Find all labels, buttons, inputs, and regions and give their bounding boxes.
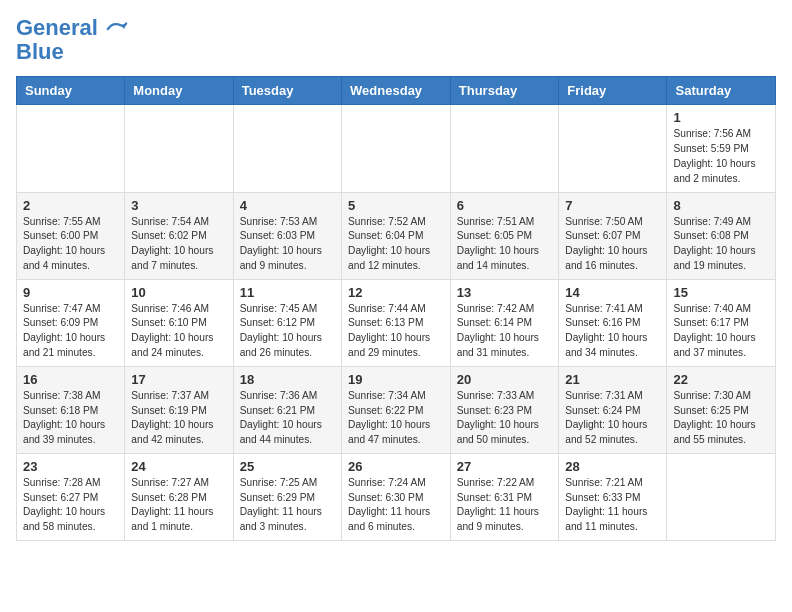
day-info: Sunrise: 7:38 AM Sunset: 6:18 PM Dayligh… (23, 389, 118, 448)
calendar-cell (450, 105, 559, 192)
day-info: Sunrise: 7:49 AM Sunset: 6:08 PM Dayligh… (673, 215, 769, 274)
day-info: Sunrise: 7:50 AM Sunset: 6:07 PM Dayligh… (565, 215, 660, 274)
calendar-cell: 10Sunrise: 7:46 AM Sunset: 6:10 PM Dayli… (125, 279, 233, 366)
calendar-cell: 4Sunrise: 7:53 AM Sunset: 6:03 PM Daylig… (233, 192, 341, 279)
weekday-wednesday: Wednesday (342, 77, 451, 105)
calendar-cell: 8Sunrise: 7:49 AM Sunset: 6:08 PM Daylig… (667, 192, 776, 279)
day-info: Sunrise: 7:22 AM Sunset: 6:31 PM Dayligh… (457, 476, 553, 535)
calendar-cell: 2Sunrise: 7:55 AM Sunset: 6:00 PM Daylig… (17, 192, 125, 279)
day-info: Sunrise: 7:30 AM Sunset: 6:25 PM Dayligh… (673, 389, 769, 448)
weekday-header-row: SundayMondayTuesdayWednesdayThursdayFrid… (17, 77, 776, 105)
day-number: 28 (565, 459, 660, 474)
day-info: Sunrise: 7:34 AM Sunset: 6:22 PM Dayligh… (348, 389, 444, 448)
day-info: Sunrise: 7:27 AM Sunset: 6:28 PM Dayligh… (131, 476, 226, 535)
day-number: 7 (565, 198, 660, 213)
calendar-cell: 23Sunrise: 7:28 AM Sunset: 6:27 PM Dayli… (17, 453, 125, 540)
calendar-cell: 3Sunrise: 7:54 AM Sunset: 6:02 PM Daylig… (125, 192, 233, 279)
calendar-body: 1Sunrise: 7:56 AM Sunset: 5:59 PM Daylig… (17, 105, 776, 541)
calendar-cell (559, 105, 667, 192)
day-number: 6 (457, 198, 553, 213)
weekday-sunday: Sunday (17, 77, 125, 105)
day-number: 3 (131, 198, 226, 213)
logo-blue: Blue (16, 40, 128, 64)
day-number: 25 (240, 459, 335, 474)
weekday-saturday: Saturday (667, 77, 776, 105)
calendar-cell (17, 105, 125, 192)
calendar-cell (125, 105, 233, 192)
day-number: 26 (348, 459, 444, 474)
day-number: 22 (673, 372, 769, 387)
day-number: 5 (348, 198, 444, 213)
calendar-cell: 5Sunrise: 7:52 AM Sunset: 6:04 PM Daylig… (342, 192, 451, 279)
calendar-cell: 16Sunrise: 7:38 AM Sunset: 6:18 PM Dayli… (17, 366, 125, 453)
day-info: Sunrise: 7:51 AM Sunset: 6:05 PM Dayligh… (457, 215, 553, 274)
calendar-cell: 7Sunrise: 7:50 AM Sunset: 6:07 PM Daylig… (559, 192, 667, 279)
day-number: 9 (23, 285, 118, 300)
day-info: Sunrise: 7:52 AM Sunset: 6:04 PM Dayligh… (348, 215, 444, 274)
calendar-cell: 14Sunrise: 7:41 AM Sunset: 6:16 PM Dayli… (559, 279, 667, 366)
calendar-cell: 18Sunrise: 7:36 AM Sunset: 6:21 PM Dayli… (233, 366, 341, 453)
day-number: 27 (457, 459, 553, 474)
calendar-cell: 25Sunrise: 7:25 AM Sunset: 6:29 PM Dayli… (233, 453, 341, 540)
day-number: 20 (457, 372, 553, 387)
day-number: 4 (240, 198, 335, 213)
week-row-2: 2Sunrise: 7:55 AM Sunset: 6:00 PM Daylig… (17, 192, 776, 279)
calendar-cell (667, 453, 776, 540)
weekday-monday: Monday (125, 77, 233, 105)
day-number: 1 (673, 110, 769, 125)
calendar-cell: 15Sunrise: 7:40 AM Sunset: 6:17 PM Dayli… (667, 279, 776, 366)
day-number: 21 (565, 372, 660, 387)
day-info: Sunrise: 7:53 AM Sunset: 6:03 PM Dayligh… (240, 215, 335, 274)
day-info: Sunrise: 7:42 AM Sunset: 6:14 PM Dayligh… (457, 302, 553, 361)
week-row-5: 23Sunrise: 7:28 AM Sunset: 6:27 PM Dayli… (17, 453, 776, 540)
calendar-cell: 27Sunrise: 7:22 AM Sunset: 6:31 PM Dayli… (450, 453, 559, 540)
calendar-cell: 11Sunrise: 7:45 AM Sunset: 6:12 PM Dayli… (233, 279, 341, 366)
day-info: Sunrise: 7:46 AM Sunset: 6:10 PM Dayligh… (131, 302, 226, 361)
day-number: 2 (23, 198, 118, 213)
day-info: Sunrise: 7:24 AM Sunset: 6:30 PM Dayligh… (348, 476, 444, 535)
day-number: 13 (457, 285, 553, 300)
day-number: 12 (348, 285, 444, 300)
day-info: Sunrise: 7:45 AM Sunset: 6:12 PM Dayligh… (240, 302, 335, 361)
calendar-cell: 12Sunrise: 7:44 AM Sunset: 6:13 PM Dayli… (342, 279, 451, 366)
calendar-cell: 17Sunrise: 7:37 AM Sunset: 6:19 PM Dayli… (125, 366, 233, 453)
weekday-thursday: Thursday (450, 77, 559, 105)
day-number: 10 (131, 285, 226, 300)
day-info: Sunrise: 7:31 AM Sunset: 6:24 PM Dayligh… (565, 389, 660, 448)
calendar-cell: 24Sunrise: 7:27 AM Sunset: 6:28 PM Dayli… (125, 453, 233, 540)
day-info: Sunrise: 7:54 AM Sunset: 6:02 PM Dayligh… (131, 215, 226, 274)
weekday-tuesday: Tuesday (233, 77, 341, 105)
day-info: Sunrise: 7:28 AM Sunset: 6:27 PM Dayligh… (23, 476, 118, 535)
calendar-cell: 1Sunrise: 7:56 AM Sunset: 5:59 PM Daylig… (667, 105, 776, 192)
day-number: 15 (673, 285, 769, 300)
day-number: 8 (673, 198, 769, 213)
calendar-cell: 9Sunrise: 7:47 AM Sunset: 6:09 PM Daylig… (17, 279, 125, 366)
day-number: 18 (240, 372, 335, 387)
calendar-cell: 21Sunrise: 7:31 AM Sunset: 6:24 PM Dayli… (559, 366, 667, 453)
day-number: 17 (131, 372, 226, 387)
day-number: 14 (565, 285, 660, 300)
day-info: Sunrise: 7:36 AM Sunset: 6:21 PM Dayligh… (240, 389, 335, 448)
calendar-cell (233, 105, 341, 192)
day-info: Sunrise: 7:55 AM Sunset: 6:00 PM Dayligh… (23, 215, 118, 274)
day-info: Sunrise: 7:47 AM Sunset: 6:09 PM Dayligh… (23, 302, 118, 361)
day-number: 23 (23, 459, 118, 474)
calendar-cell: 28Sunrise: 7:21 AM Sunset: 6:33 PM Dayli… (559, 453, 667, 540)
day-number: 16 (23, 372, 118, 387)
day-info: Sunrise: 7:56 AM Sunset: 5:59 PM Dayligh… (673, 127, 769, 186)
day-info: Sunrise: 7:41 AM Sunset: 6:16 PM Dayligh… (565, 302, 660, 361)
week-row-1: 1Sunrise: 7:56 AM Sunset: 5:59 PM Daylig… (17, 105, 776, 192)
day-info: Sunrise: 7:25 AM Sunset: 6:29 PM Dayligh… (240, 476, 335, 535)
day-info: Sunrise: 7:21 AM Sunset: 6:33 PM Dayligh… (565, 476, 660, 535)
weekday-friday: Friday (559, 77, 667, 105)
calendar-table: SundayMondayTuesdayWednesdayThursdayFrid… (16, 76, 776, 541)
calendar-cell: 6Sunrise: 7:51 AM Sunset: 6:05 PM Daylig… (450, 192, 559, 279)
logo: General Blue (16, 16, 128, 64)
day-info: Sunrise: 7:40 AM Sunset: 6:17 PM Dayligh… (673, 302, 769, 361)
calendar-cell: 20Sunrise: 7:33 AM Sunset: 6:23 PM Dayli… (450, 366, 559, 453)
day-info: Sunrise: 7:33 AM Sunset: 6:23 PM Dayligh… (457, 389, 553, 448)
calendar-cell: 26Sunrise: 7:24 AM Sunset: 6:30 PM Dayli… (342, 453, 451, 540)
calendar-cell: 19Sunrise: 7:34 AM Sunset: 6:22 PM Dayli… (342, 366, 451, 453)
page-header: General Blue (16, 16, 776, 64)
day-number: 11 (240, 285, 335, 300)
